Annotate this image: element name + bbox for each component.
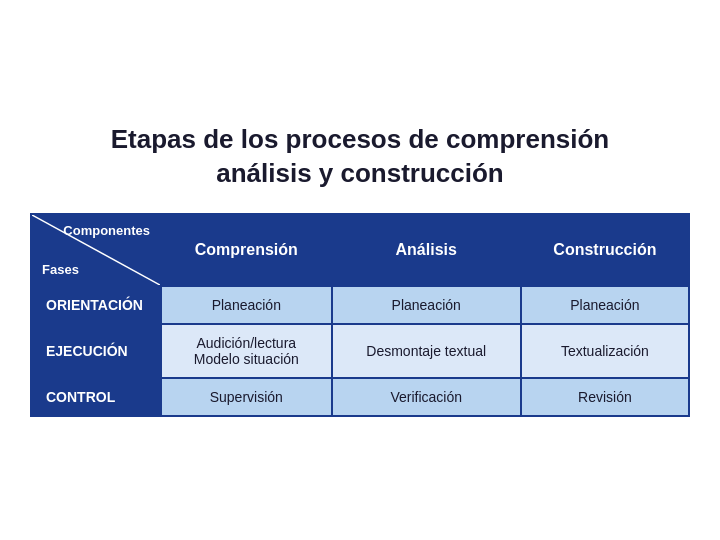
header-row: Componentes Fases Comprensión Análisis C… <box>31 214 689 286</box>
col-header-analisis: Análisis <box>332 214 521 286</box>
diagonal-label-fases: Fases <box>42 262 79 277</box>
row-header-control: CONTROL <box>31 378 161 416</box>
cell-orientacion-comprension: Planeación <box>161 286 332 324</box>
cell-orientacion-construccion: Planeación <box>521 286 689 324</box>
col-header-construccion: Construcción <box>521 214 689 286</box>
cell-orientacion-analisis: Planeación <box>332 286 521 324</box>
cell-control-analisis: Verificación <box>332 378 521 416</box>
row-control: CONTROL Supervisión Verificación Revisió… <box>31 378 689 416</box>
cell-ejecucion-analisis: Desmontaje textual <box>332 324 521 378</box>
process-table: Componentes Fases Comprensión Análisis C… <box>30 213 690 417</box>
page-title: Etapas de los procesos de comprensión an… <box>111 123 609 191</box>
cell-control-construccion: Revisión <box>521 378 689 416</box>
diagonal-label-componentes: Componentes <box>63 223 150 238</box>
row-header-orientacion: ORIENTACIÓN <box>31 286 161 324</box>
cell-ejecucion-comprension: Audición/lectura Modelo situación <box>161 324 332 378</box>
col-header-comprension: Comprensión <box>161 214 332 286</box>
cell-ejecucion-construccion: Textualización <box>521 324 689 378</box>
row-ejecucion: EJECUCIÓN Audición/lectura Modelo situac… <box>31 324 689 378</box>
row-header-ejecucion: EJECUCIÓN <box>31 324 161 378</box>
row-orientacion: ORIENTACIÓN Planeación Planeación Planea… <box>31 286 689 324</box>
cell-control-comprension: Supervisión <box>161 378 332 416</box>
cell-ejecucion-comprension-line2: Modelo situación <box>194 351 299 367</box>
cell-ejecucion-comprension-line1: Audición/lectura <box>196 335 296 351</box>
main-table-wrapper: Componentes Fases Comprensión Análisis C… <box>30 213 690 417</box>
diagonal-header-cell: Componentes Fases <box>31 214 161 286</box>
